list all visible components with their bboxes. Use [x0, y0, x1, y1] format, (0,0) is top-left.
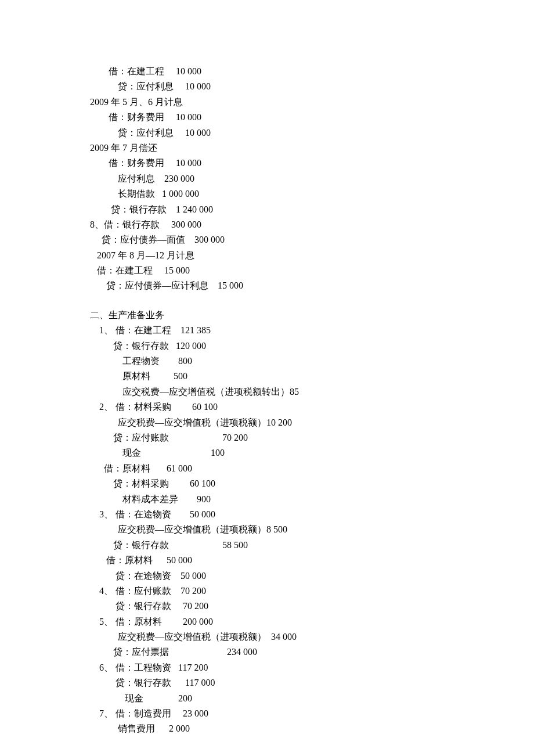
journal-line: 2009 年 7 月偿还 [90, 141, 444, 156]
journal-line: 借：在建工程 10 000 [90, 64, 444, 79]
journal-line: 1、 借：在建工程 121 385 [90, 323, 444, 338]
journal-line: 7、 借：制造费用 23 000 [90, 706, 444, 721]
journal-line: 贷：银行存款 70 200 [90, 599, 444, 614]
journal-line: 贷：银行存款 1 240 000 [90, 202, 444, 217]
journal-line: 贷：银行存款 120 000 [90, 339, 444, 354]
journal-line: 借：在建工程 15 000 [90, 263, 444, 278]
journal-line: 应交税费—应交增值税（进项税额）10 200 [90, 415, 444, 430]
journal-line: 8、借：银行存款 300 000 [90, 217, 444, 232]
journal-line: 贷：应付债券—应计利息 15 000 [90, 278, 444, 293]
journal-line: 应交税费—应交增值税（进项税额）8 500 [90, 522, 444, 537]
journal-line: 应交税费—应交增值税（进项税额转出）85 [90, 384, 444, 399]
journal-line: 贷：应付账款 70 200 [90, 430, 444, 445]
journal-line: 长期借款 1 000 000 [90, 186, 444, 201]
journal-line: 借：原材料 50 000 [90, 553, 444, 568]
journal-line: 贷：银行存款 117 000 [90, 675, 444, 690]
journal-line: 借：原材料 61 000 [90, 461, 444, 476]
journal-line: 贷：在途物资 50 000 [90, 568, 444, 584]
journal-line: 2、 借：材料采购 60 100 [90, 399, 444, 415]
journal-line: 贷：应付利息 10 000 [90, 79, 444, 94]
journal-line: 6、 借：工程物资 117 200 [90, 660, 444, 675]
journal-line: 贷：应付票据 234 000 [90, 645, 444, 660]
journal-line: 借：财务费用 10 000 [90, 110, 444, 125]
journal-line: 贷：银行存款 58 500 [90, 538, 444, 553]
journal-line: 贷：应付利息 10 000 [90, 125, 444, 141]
journal-line: 2009 年 5 月、6 月计息 [90, 95, 444, 110]
journal-line: 应付利息 230 000 [90, 171, 444, 186]
journal-line: 现金 200 [90, 691, 444, 706]
journal-line: 2007 年 8 月—12 月计息 [90, 248, 444, 263]
journal-line: 现金 100 [90, 445, 444, 460]
journal-line: 贷：材料采购 60 100 [90, 476, 444, 491]
journal-line: 借：财务费用 10 000 [90, 156, 444, 171]
journal-line: 5、 借：原材料 200 000 [90, 614, 444, 629]
journal-line: 4、 借：应付账款 70 200 [90, 584, 444, 599]
journal-line: 3、 借：在途物资 50 000 [90, 507, 444, 522]
journal-line: 贷：应付债券—面值 300 000 [90, 232, 444, 247]
journal-line: 材料成本差异 900 [90, 492, 444, 507]
journal-line: 销售费用 2 000 [90, 721, 444, 736]
journal-line: 应交税费—应交增值税（进项税额） 34 000 [90, 629, 444, 645]
section-heading: 二、生产准备业务 [90, 308, 444, 323]
journal-line: 原材料 500 [90, 369, 444, 384]
journal-line: 工程物资 800 [90, 354, 444, 369]
